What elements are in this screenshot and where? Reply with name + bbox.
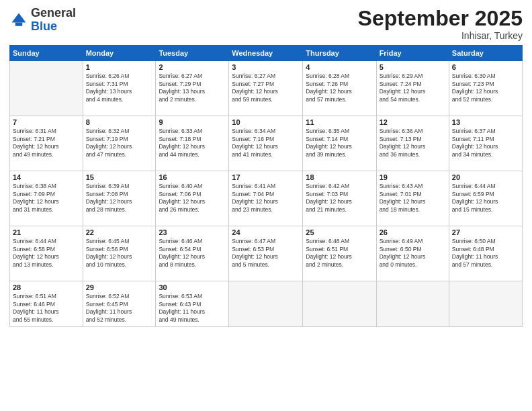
- month-title: September 2025: [358, 7, 523, 30]
- table-row: 25Sunrise: 6:48 AM Sunset: 6:51 PM Dayli…: [303, 226, 376, 281]
- day-number: 23: [159, 228, 226, 236]
- day-info: Sunrise: 6:52 AM Sunset: 6:45 PM Dayligh…: [86, 293, 153, 324]
- day-info: Sunrise: 6:44 AM Sunset: 6:59 PM Dayligh…: [452, 183, 519, 214]
- header: General Blue September 2025 Inhisar, Tur…: [9, 7, 523, 41]
- table-row: 9Sunrise: 6:33 AM Sunset: 7:18 PM Daylig…: [156, 116, 229, 171]
- day-number: 30: [159, 283, 226, 291]
- day-info: Sunrise: 6:38 AM Sunset: 7:09 PM Dayligh…: [13, 183, 80, 214]
- table-row: 20Sunrise: 6:44 AM Sunset: 6:59 PM Dayli…: [449, 171, 522, 226]
- page: General Blue September 2025 Inhisar, Tur…: [0, 0, 532, 411]
- table-row: [449, 281, 522, 327]
- day-info: Sunrise: 6:31 AM Sunset: 7:21 PM Dayligh…: [13, 128, 80, 158]
- day-number: 3: [232, 63, 300, 71]
- table-row: 26Sunrise: 6:49 AM Sunset: 6:50 PM Dayli…: [376, 226, 449, 281]
- day-info: Sunrise: 6:35 AM Sunset: 7:14 PM Dayligh…: [306, 128, 373, 158]
- table-row: [229, 281, 303, 327]
- table-row: 4Sunrise: 6:28 AM Sunset: 7:26 PM Daylig…: [303, 61, 376, 116]
- table-row: [10, 61, 83, 116]
- table-row: 3Sunrise: 6:27 AM Sunset: 7:27 PM Daylig…: [229, 61, 303, 116]
- day-number: 9: [159, 118, 226, 126]
- calendar-table: Sunday Monday Tuesday Wednesday Thursday…: [9, 45, 523, 327]
- table-row: 18Sunrise: 6:42 AM Sunset: 7:03 PM Dayli…: [303, 171, 376, 226]
- table-row: 5Sunrise: 6:29 AM Sunset: 7:24 PM Daylig…: [376, 61, 449, 116]
- day-info: Sunrise: 6:27 AM Sunset: 7:27 PM Dayligh…: [232, 73, 300, 103]
- day-number: 12: [380, 118, 446, 126]
- day-info: Sunrise: 6:45 AM Sunset: 6:56 PM Dayligh…: [86, 238, 153, 269]
- day-number: 24: [232, 228, 300, 236]
- table-row: 23Sunrise: 6:46 AM Sunset: 6:54 PM Dayli…: [156, 226, 229, 281]
- table-row: 15Sunrise: 6:39 AM Sunset: 7:08 PM Dayli…: [83, 171, 156, 226]
- day-number: 17: [232, 173, 300, 181]
- day-info: Sunrise: 6:44 AM Sunset: 6:58 PM Dayligh…: [13, 238, 80, 269]
- table-row: 21Sunrise: 6:44 AM Sunset: 6:58 PM Dayli…: [10, 226, 83, 281]
- table-row: 10Sunrise: 6:34 AM Sunset: 7:16 PM Dayli…: [229, 116, 303, 171]
- table-row: 8Sunrise: 6:32 AM Sunset: 7:19 PM Daylig…: [83, 116, 156, 171]
- logo-text: General Blue: [31, 7, 76, 34]
- day-number: 26: [380, 228, 446, 236]
- svg-rect-1: [15, 22, 23, 26]
- table-row: 28Sunrise: 6:51 AM Sunset: 6:46 PM Dayli…: [10, 281, 83, 327]
- day-info: Sunrise: 6:50 AM Sunset: 6:48 PM Dayligh…: [452, 238, 519, 269]
- th-tuesday: Tuesday: [156, 46, 229, 61]
- logo: General Blue: [9, 7, 76, 34]
- th-monday: Monday: [83, 46, 156, 61]
- day-info: Sunrise: 6:27 AM Sunset: 7:29 PM Dayligh…: [159, 73, 226, 103]
- table-row: 24Sunrise: 6:47 AM Sunset: 6:53 PM Dayli…: [229, 226, 303, 281]
- day-number: 19: [380, 173, 446, 181]
- day-number: 4: [306, 63, 373, 71]
- day-info: Sunrise: 6:42 AM Sunset: 7:03 PM Dayligh…: [306, 183, 373, 214]
- day-number: 13: [452, 118, 519, 126]
- day-info: Sunrise: 6:36 AM Sunset: 7:13 PM Dayligh…: [380, 128, 446, 158]
- th-wednesday: Wednesday: [229, 46, 303, 61]
- day-number: 6: [452, 63, 519, 71]
- logo-blue: Blue: [31, 19, 57, 33]
- table-row: 29Sunrise: 6:52 AM Sunset: 6:45 PM Dayli…: [83, 281, 156, 327]
- day-number: 18: [306, 173, 373, 181]
- table-row: 2Sunrise: 6:27 AM Sunset: 7:29 PM Daylig…: [156, 61, 229, 116]
- day-number: 28: [13, 283, 80, 291]
- day-info: Sunrise: 6:47 AM Sunset: 6:53 PM Dayligh…: [232, 238, 300, 269]
- day-number: 25: [306, 228, 373, 236]
- day-info: Sunrise: 6:32 AM Sunset: 7:19 PM Dayligh…: [86, 128, 153, 158]
- day-number: 1: [86, 63, 153, 71]
- day-number: 21: [13, 228, 80, 236]
- location-subtitle: Inhisar, Turkey: [358, 30, 523, 41]
- day-info: Sunrise: 6:30 AM Sunset: 7:23 PM Dayligh…: [452, 73, 519, 103]
- day-number: 14: [13, 173, 80, 181]
- table-row: 19Sunrise: 6:43 AM Sunset: 7:01 PM Dayli…: [376, 171, 449, 226]
- day-number: 15: [86, 173, 153, 181]
- day-number: 8: [86, 118, 153, 126]
- day-number: 29: [86, 283, 153, 291]
- day-number: 27: [452, 228, 519, 236]
- day-info: Sunrise: 6:34 AM Sunset: 7:16 PM Dayligh…: [232, 128, 300, 158]
- day-number: 22: [86, 228, 153, 236]
- table-row: [376, 281, 449, 327]
- table-row: 6Sunrise: 6:30 AM Sunset: 7:23 PM Daylig…: [449, 61, 522, 116]
- svg-marker-0: [12, 13, 26, 22]
- th-saturday: Saturday: [449, 46, 522, 61]
- calendar-header-row: Sunday Monday Tuesday Wednesday Thursday…: [10, 46, 523, 61]
- table-row: 17Sunrise: 6:41 AM Sunset: 7:04 PM Dayli…: [229, 171, 303, 226]
- day-info: Sunrise: 6:43 AM Sunset: 7:01 PM Dayligh…: [380, 183, 446, 214]
- day-info: Sunrise: 6:49 AM Sunset: 6:50 PM Dayligh…: [380, 238, 446, 269]
- table-row: 7Sunrise: 6:31 AM Sunset: 7:21 PM Daylig…: [10, 116, 83, 171]
- day-info: Sunrise: 6:46 AM Sunset: 6:54 PM Dayligh…: [159, 238, 226, 269]
- day-number: 10: [232, 118, 300, 126]
- day-info: Sunrise: 6:51 AM Sunset: 6:46 PM Dayligh…: [13, 293, 80, 324]
- table-row: [303, 281, 376, 327]
- table-row: 22Sunrise: 6:45 AM Sunset: 6:56 PM Dayli…: [83, 226, 156, 281]
- day-number: 2: [159, 63, 226, 71]
- table-row: 27Sunrise: 6:50 AM Sunset: 6:48 PM Dayli…: [449, 226, 522, 281]
- day-number: 11: [306, 118, 373, 126]
- table-row: 13Sunrise: 6:37 AM Sunset: 7:11 PM Dayli…: [449, 116, 522, 171]
- title-block: September 2025 Inhisar, Turkey: [358, 7, 523, 41]
- day-info: Sunrise: 6:40 AM Sunset: 7:06 PM Dayligh…: [159, 183, 226, 214]
- day-info: Sunrise: 6:28 AM Sunset: 7:26 PM Dayligh…: [306, 73, 373, 103]
- table-row: 30Sunrise: 6:53 AM Sunset: 6:43 PM Dayli…: [156, 281, 229, 327]
- day-number: 7: [13, 118, 80, 126]
- th-thursday: Thursday: [303, 46, 376, 61]
- table-row: 11Sunrise: 6:35 AM Sunset: 7:14 PM Dayli…: [303, 116, 376, 171]
- th-friday: Friday: [376, 46, 449, 61]
- day-info: Sunrise: 6:26 AM Sunset: 7:31 PM Dayligh…: [86, 73, 153, 103]
- day-info: Sunrise: 6:41 AM Sunset: 7:04 PM Dayligh…: [232, 183, 300, 214]
